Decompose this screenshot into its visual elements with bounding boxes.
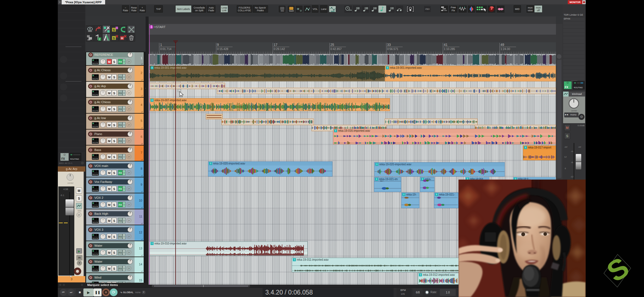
svg-text:S: S: [113, 37, 115, 40]
svg-text:M: M: [121, 37, 123, 40]
svg-text:2: 2: [99, 38, 100, 41]
svg-text:S: S: [113, 28, 115, 32]
svg-text:S: S: [601, 251, 634, 288]
